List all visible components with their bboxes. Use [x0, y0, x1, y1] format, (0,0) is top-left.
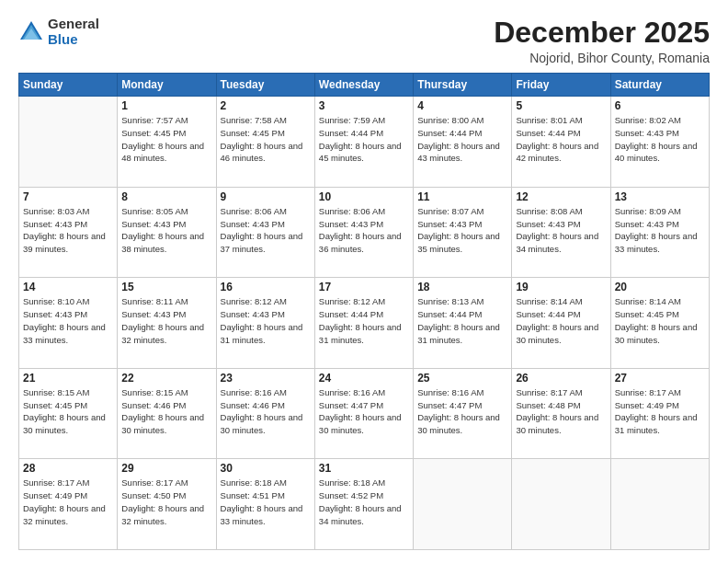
calendar-cell: 21 Sunrise: 8:15 AMSunset: 4:45 PMDaylig…: [19, 368, 118, 459]
day-info: Sunrise: 8:02 AMSunset: 4:43 PMDaylight:…: [615, 115, 698, 163]
calendar-cell: 31 Sunrise: 8:18 AMSunset: 4:52 PMDaylig…: [314, 459, 413, 550]
page: General Blue December 2025 Nojorid, Biho…: [0, 0, 728, 563]
day-number: 2: [221, 99, 311, 112]
logo: General Blue: [18, 17, 99, 47]
day-number: 21: [23, 372, 113, 385]
week-row-2: 7 Sunrise: 8:03 AMSunset: 4:43 PMDayligh…: [19, 187, 710, 278]
calendar-cell: 7 Sunrise: 8:03 AMSunset: 4:43 PMDayligh…: [19, 187, 118, 278]
calendar-cell: 3 Sunrise: 7:59 AMSunset: 4:44 PMDayligh…: [314, 97, 413, 188]
day-number: 17: [319, 281, 409, 293]
day-info: Sunrise: 8:12 AMSunset: 4:44 PMDaylight:…: [319, 296, 402, 344]
day-number: 5: [516, 99, 606, 112]
day-number: 22: [121, 372, 211, 385]
logo-blue-label: Blue: [48, 32, 99, 48]
day-info: Sunrise: 7:59 AMSunset: 4:44 PMDaylight:…: [319, 115, 402, 163]
day-info: Sunrise: 7:57 AMSunset: 4:45 PMDaylight:…: [121, 115, 204, 163]
header: General Blue December 2025 Nojorid, Biho…: [18, 17, 710, 65]
day-info: Sunrise: 8:08 AMSunset: 4:43 PMDaylight:…: [516, 206, 598, 254]
calendar-cell: 5 Sunrise: 8:01 AMSunset: 4:44 PMDayligh…: [512, 97, 610, 188]
calendar-cell: [512, 459, 610, 550]
day-number: 24: [319, 372, 409, 385]
day-info: Sunrise: 8:07 AMSunset: 4:43 PMDaylight:…: [417, 206, 500, 254]
day-number: 10: [319, 190, 409, 203]
header-thursday: Thursday: [414, 74, 512, 97]
day-info: Sunrise: 8:00 AMSunset: 4:44 PMDaylight:…: [417, 115, 500, 163]
header-wednesday: Wednesday: [314, 74, 413, 97]
day-info: Sunrise: 8:14 AMSunset: 4:45 PMDaylight:…: [615, 296, 698, 344]
header-saturday: Saturday: [610, 74, 709, 97]
header-tuesday: Tuesday: [216, 74, 314, 97]
day-info: Sunrise: 8:09 AMSunset: 4:43 PMDaylight:…: [615, 206, 698, 254]
logo-general-label: General: [48, 17, 99, 32]
day-number: 8: [121, 190, 211, 203]
calendar-cell: 10 Sunrise: 8:06 AMSunset: 4:43 PMDaylig…: [314, 187, 413, 278]
day-info: Sunrise: 8:17 AMSunset: 4:50 PMDaylight:…: [121, 477, 204, 525]
logo-text: General Blue: [48, 17, 99, 47]
day-info: Sunrise: 8:11 AMSunset: 4:43 PMDaylight:…: [121, 296, 204, 344]
logo-icon: [18, 19, 44, 45]
day-number: 14: [23, 281, 113, 293]
day-info: Sunrise: 8:18 AMSunset: 4:52 PMDaylight:…: [319, 477, 402, 525]
calendar-cell: 12 Sunrise: 8:08 AMSunset: 4:43 PMDaylig…: [512, 187, 610, 278]
day-number: 28: [23, 462, 113, 475]
day-info: Sunrise: 8:10 AMSunset: 4:43 PMDaylight:…: [23, 296, 106, 344]
day-number: 13: [615, 190, 705, 203]
day-number: 30: [221, 462, 311, 475]
day-info: Sunrise: 8:03 AMSunset: 4:43 PMDaylight:…: [23, 206, 106, 254]
header-friday: Friday: [512, 74, 610, 97]
calendar-cell: [414, 459, 512, 550]
day-info: Sunrise: 8:06 AMSunset: 4:43 PMDaylight:…: [319, 206, 402, 254]
day-number: 4: [417, 99, 507, 112]
day-number: 18: [417, 281, 507, 293]
day-info: Sunrise: 8:17 AMSunset: 4:48 PMDaylight:…: [516, 387, 598, 435]
calendar-cell: 19 Sunrise: 8:14 AMSunset: 4:44 PMDaylig…: [512, 278, 610, 369]
day-info: Sunrise: 8:16 AMSunset: 4:47 PMDaylight:…: [417, 387, 500, 435]
day-number: 3: [319, 99, 409, 112]
calendar-cell: 18 Sunrise: 8:13 AMSunset: 4:44 PMDaylig…: [414, 278, 512, 369]
day-info: Sunrise: 8:13 AMSunset: 4:44 PMDaylight:…: [417, 296, 500, 344]
calendar-table: Sunday Monday Tuesday Wednesday Thursday…: [18, 73, 710, 550]
day-number: 7: [23, 190, 113, 203]
calendar-cell: 20 Sunrise: 8:14 AMSunset: 4:45 PMDaylig…: [610, 278, 709, 369]
day-info: Sunrise: 8:05 AMSunset: 4:43 PMDaylight:…: [121, 206, 204, 254]
calendar-cell: 30 Sunrise: 8:18 AMSunset: 4:51 PMDaylig…: [216, 459, 314, 550]
calendar-cell: 17 Sunrise: 8:12 AMSunset: 4:44 PMDaylig…: [314, 278, 413, 369]
calendar-cell: 16 Sunrise: 8:12 AMSunset: 4:43 PMDaylig…: [216, 278, 314, 369]
day-number: 19: [516, 281, 606, 293]
day-number: 15: [121, 281, 211, 293]
calendar-cell: 11 Sunrise: 8:07 AMSunset: 4:43 PMDaylig…: [414, 187, 512, 278]
day-info: Sunrise: 8:12 AMSunset: 4:43 PMDaylight:…: [221, 296, 303, 344]
day-number: 31: [319, 462, 409, 475]
calendar-cell: 28 Sunrise: 8:17 AMSunset: 4:49 PMDaylig…: [19, 459, 118, 550]
calendar-cell: 15 Sunrise: 8:11 AMSunset: 4:43 PMDaylig…: [118, 278, 216, 369]
calendar-cell: 4 Sunrise: 8:00 AMSunset: 4:44 PMDayligh…: [414, 97, 512, 188]
day-number: 29: [121, 462, 211, 475]
day-info: Sunrise: 8:17 AMSunset: 4:49 PMDaylight:…: [615, 387, 698, 435]
day-number: 25: [417, 372, 507, 385]
day-info: Sunrise: 8:18 AMSunset: 4:51 PMDaylight:…: [221, 477, 303, 525]
calendar-cell: 24 Sunrise: 8:16 AMSunset: 4:47 PMDaylig…: [314, 368, 413, 459]
calendar-cell: 13 Sunrise: 8:09 AMSunset: 4:43 PMDaylig…: [610, 187, 709, 278]
calendar-cell: 22 Sunrise: 8:15 AMSunset: 4:46 PMDaylig…: [118, 368, 216, 459]
calendar-cell: 8 Sunrise: 8:05 AMSunset: 4:43 PMDayligh…: [118, 187, 216, 278]
day-info: Sunrise: 8:16 AMSunset: 4:46 PMDaylight:…: [221, 387, 303, 435]
week-row-1: 1 Sunrise: 7:57 AMSunset: 4:45 PMDayligh…: [19, 97, 710, 188]
calendar-cell: [610, 459, 709, 550]
title-month: December 2025: [494, 17, 710, 49]
day-number: 20: [615, 281, 705, 293]
calendar-cell: 2 Sunrise: 7:58 AMSunset: 4:45 PMDayligh…: [216, 97, 314, 188]
day-info: Sunrise: 8:17 AMSunset: 4:49 PMDaylight:…: [23, 477, 106, 525]
day-info: Sunrise: 7:58 AMSunset: 4:45 PMDaylight:…: [221, 115, 303, 163]
calendar-cell: 9 Sunrise: 8:06 AMSunset: 4:43 PMDayligh…: [216, 187, 314, 278]
calendar-cell: 25 Sunrise: 8:16 AMSunset: 4:47 PMDaylig…: [414, 368, 512, 459]
week-row-4: 21 Sunrise: 8:15 AMSunset: 4:45 PMDaylig…: [19, 368, 710, 459]
calendar-header-row: Sunday Monday Tuesday Wednesday Thursday…: [19, 74, 710, 97]
calendar-cell: 23 Sunrise: 8:16 AMSunset: 4:46 PMDaylig…: [216, 368, 314, 459]
day-number: 12: [516, 190, 606, 203]
calendar-cell: 6 Sunrise: 8:02 AMSunset: 4:43 PMDayligh…: [610, 97, 709, 188]
calendar-cell: 29 Sunrise: 8:17 AMSunset: 4:50 PMDaylig…: [118, 459, 216, 550]
day-number: 9: [221, 190, 311, 203]
day-number: 1: [121, 99, 211, 112]
day-number: 23: [221, 372, 311, 385]
day-info: Sunrise: 8:16 AMSunset: 4:47 PMDaylight:…: [319, 387, 402, 435]
